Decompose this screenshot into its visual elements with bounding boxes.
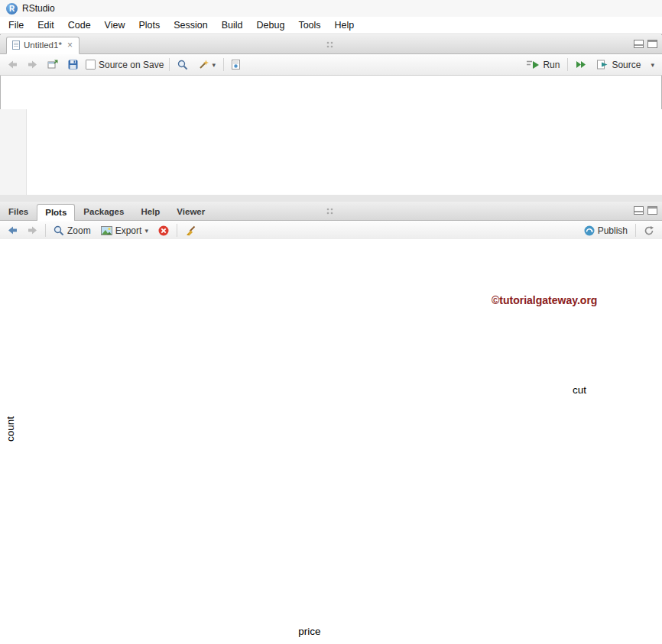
publish-button[interactable]: Publish <box>582 224 630 238</box>
menu-item-code[interactable]: Code <box>61 18 98 33</box>
menu-item-debug[interactable]: Debug <box>250 18 292 33</box>
magnifier-icon <box>54 225 64 236</box>
magnifier-icon <box>177 60 188 70</box>
find-replace-button[interactable] <box>175 58 190 72</box>
menu-item-tools[interactable]: Tools <box>291 18 327 33</box>
source-toolbar: Source on Save ▾ Run Source ▾ <box>0 54 662 76</box>
toolbar-separator <box>169 58 170 71</box>
popout-window-icon <box>47 60 58 70</box>
watermark: ©tutorialgateway.org <box>492 294 597 306</box>
pane-splitter[interactable] <box>0 195 662 202</box>
legend-title: cut <box>573 384 660 396</box>
source-pane: Untitled1* × Source on Save ▾ <box>0 35 662 195</box>
window-title: RStudio <box>22 3 55 14</box>
tab-plots[interactable]: Plots <box>37 204 75 221</box>
forward-button[interactable] <box>25 58 40 71</box>
forward-arrow-icon <box>28 60 37 70</box>
rstudio-logo-icon: R <box>6 3 18 15</box>
plots-toolbar: Zoom Export ▾ Publish <box>0 221 662 241</box>
menu-item-build[interactable]: Build <box>215 18 250 33</box>
plots-tab-strip: FilesPlotsPackagesHelpViewer <box>0 202 662 221</box>
run-button[interactable]: Run <box>524 58 562 72</box>
next-plot-button[interactable] <box>25 224 40 237</box>
legend: cut <box>573 384 660 403</box>
toolbar-separator <box>635 224 636 237</box>
magic-wand-icon <box>198 60 209 70</box>
plot-viewer: count price ©tutorialgateway.org cut <box>0 239 662 644</box>
previous-plot-button[interactable] <box>5 224 20 237</box>
source-on-save-checkbox[interactable]: Source on Save <box>86 60 164 70</box>
menu-item-view[interactable]: View <box>98 18 132 33</box>
dropdown-icon: ▾ <box>144 227 148 235</box>
save-floppy-icon <box>68 60 78 70</box>
maximize-pane-button[interactable] <box>647 206 657 215</box>
remove-plot-button[interactable] <box>156 224 171 238</box>
export-button[interactable]: Export ▾ <box>99 224 151 238</box>
zoom-button[interactable]: Zoom <box>51 224 93 238</box>
menu-item-plots[interactable]: Plots <box>131 18 167 33</box>
menu-item-edit[interactable]: Edit <box>31 18 61 33</box>
toolbar-separator <box>567 58 568 71</box>
publish-icon <box>584 225 595 236</box>
source-button[interactable]: Source <box>595 58 643 72</box>
delete-icon <box>158 225 169 236</box>
toolbar-separator <box>223 58 224 71</box>
y-axis-title: count <box>5 416 16 442</box>
minimize-pane-button[interactable] <box>634 40 644 48</box>
tab-label: Untitled1* <box>24 40 62 50</box>
menu-item-help[interactable]: Help <box>328 18 362 33</box>
rerun-icon <box>576 60 587 70</box>
document-icon <box>12 40 20 50</box>
tab-untitled1[interactable]: Untitled1* × <box>6 37 80 54</box>
save-button[interactable] <box>66 58 80 71</box>
pane-splitter-grip[interactable] <box>326 208 336 215</box>
toolbar-separator <box>177 224 177 237</box>
refresh-button[interactable] <box>641 224 657 238</box>
back-arrow-icon <box>8 225 18 235</box>
source-icon <box>597 60 608 70</box>
title-bar: R RStudio <box>0 0 662 17</box>
dropdown-icon: ▾ <box>212 61 216 69</box>
compile-report-button[interactable] <box>229 58 242 71</box>
maximize-pane-button[interactable] <box>647 40 657 48</box>
tab-help[interactable]: Help <box>132 203 168 220</box>
close-tab-icon[interactable]: × <box>67 40 73 50</box>
refresh-icon <box>644 225 654 236</box>
toolbar-separator <box>45 224 46 237</box>
popout-button[interactable] <box>45 58 60 71</box>
back-button[interactable] <box>5 58 20 71</box>
run-icon <box>527 60 540 70</box>
tab-packages[interactable]: Packages <box>75 203 132 220</box>
tab-files[interactable]: Files <box>0 203 37 220</box>
minimize-pane-button[interactable] <box>634 206 644 215</box>
source-tab-strip: Untitled1* × <box>0 35 662 54</box>
rstudio-window: { "window": {"title": "RStudio"}, "icons… <box>0 0 662 644</box>
picture-icon <box>101 226 112 235</box>
checkbox-icon <box>86 60 96 70</box>
pane-splitter-grip[interactable] <box>326 41 336 48</box>
back-arrow-icon <box>8 60 18 70</box>
clear-all-plots-button[interactable] <box>183 224 199 238</box>
dropdown-icon: ▾ <box>651 61 654 69</box>
menu-item-session[interactable]: Session <box>167 18 214 33</box>
report-icon <box>232 60 240 70</box>
tab-viewer[interactable]: Viewer <box>168 203 213 220</box>
menu-bar: FileEditCodeViewPlotsSessionBuildDebugTo… <box>0 17 662 34</box>
x-axis-title: price <box>52 626 567 637</box>
source-dropdown-button[interactable]: ▾ <box>648 60 657 70</box>
menu-item-file[interactable]: File <box>2 18 31 33</box>
broom-icon <box>185 225 196 236</box>
code-tools-button[interactable]: ▾ <box>196 58 218 72</box>
forward-arrow-icon <box>28 225 37 235</box>
rerun-button[interactable] <box>573 58 589 71</box>
